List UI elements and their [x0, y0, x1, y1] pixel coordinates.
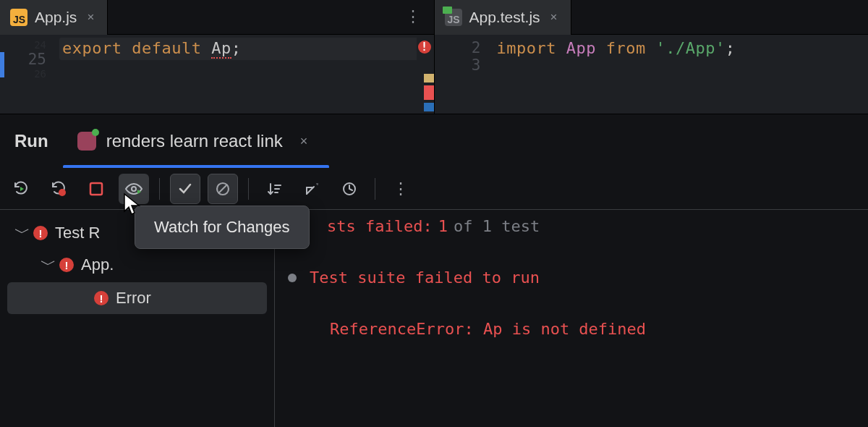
stop-button[interactable]: [81, 174, 111, 204]
error-icon: !: [94, 291, 109, 305]
tabbar-left: JS App.js × ⋮: [0, 0, 434, 35]
tree-file[interactable]: ﹀ ! App.: [0, 249, 274, 281]
run-panel-header: Run renders learn react link ×: [0, 114, 868, 168]
test-output[interactable]: ! sts failed: 1 of 1 test Test suite fai…: [275, 210, 868, 427]
chevron-down-icon[interactable]: ﹀: [14, 222, 26, 244]
tab-app-js[interactable]: JS App.js ×: [0, 0, 108, 35]
tab-label: App.test.js: [469, 9, 540, 26]
watch-for-changes-button[interactable]: [119, 174, 149, 204]
separator: [375, 178, 375, 200]
js-file-icon: JS: [10, 9, 27, 26]
output-line-1: Test suite failed to run: [288, 269, 868, 287]
tree-label: Error: [116, 289, 151, 308]
code-left[interactable]: 24 25 26 export default Ap; !: [0, 35, 434, 114]
test-toolbar: ⋮: [0, 168, 868, 210]
run-label[interactable]: Run: [14, 131, 48, 151]
editor-left: JS App.js × ⋮ 24 25 26 export default Ap…: [0, 0, 435, 114]
test-js-file-icon: JS: [445, 9, 462, 26]
editor-right: JS App.test.js × 2 3 import App from './…: [435, 0, 869, 114]
more-options-button[interactable]: ⋮: [386, 174, 416, 204]
error-identifier[interactable]: Ap: [211, 39, 231, 59]
show-passed-button[interactable]: [170, 174, 200, 204]
test-results: ﹀ ! Test R ﹀ ! App. ! Error ! sts failed…: [0, 210, 868, 427]
tab-label: App.js: [35, 9, 77, 26]
separator: [248, 178, 249, 200]
tree-label: App.: [81, 255, 114, 274]
rerun-failed-button[interactable]: [43, 174, 74, 204]
gutter-right: 2 3: [435, 35, 497, 114]
rerun-button[interactable]: [6, 174, 36, 204]
show-ignored-button[interactable]: [208, 174, 238, 204]
error-icon: !: [59, 258, 74, 272]
warning-marker[interactable]: [424, 74, 434, 83]
output-summary: ! sts failed: 1 of 1 test: [288, 217, 868, 235]
tabbar-right: JS App.test.js ×: [435, 0, 869, 35]
tree-label: Test R: [55, 224, 100, 242]
code-lines-left[interactable]: export default Ap;: [62, 35, 434, 114]
separator: [159, 178, 160, 200]
gutter-left: 24 25 26: [0, 35, 62, 114]
run-tab-active[interactable]: renders learn react link ×: [63, 114, 323, 168]
info-marker[interactable]: [424, 103, 434, 111]
svg-point-2: [132, 187, 136, 191]
svg-line-4: [218, 185, 227, 193]
close-icon[interactable]: ×: [550, 10, 558, 25]
expand-all-button[interactable]: [297, 174, 327, 204]
svg-point-0: [59, 189, 66, 196]
tree-error-leaf[interactable]: ! Error: [7, 282, 267, 314]
output-line-2: ReferenceError: Ap is not defined: [330, 320, 868, 338]
close-icon[interactable]: ×: [87, 10, 94, 25]
code-lines-right[interactable]: import App from './App';: [497, 35, 869, 114]
editor-split: JS App.js × ⋮ 24 25 26 export default Ap…: [0, 0, 868, 114]
code-right[interactable]: 2 3 import App from './App';: [435, 35, 869, 114]
tab-app-test-js[interactable]: JS App.test.js ×: [435, 0, 571, 35]
sort-button[interactable]: [259, 174, 289, 204]
error-icon: !: [33, 226, 48, 240]
test-history-button[interactable]: [334, 174, 365, 204]
marker-strip-left[interactable]: !: [417, 35, 434, 114]
chevron-down-icon[interactable]: ﹀: [41, 254, 52, 276]
error-marker[interactable]: [424, 85, 434, 100]
jest-icon: [77, 132, 96, 151]
tooltip-watch-for-changes: Watch for Changes: [135, 206, 310, 249]
tab-options-icon[interactable]: ⋮: [405, 7, 422, 26]
bullet-icon: [288, 274, 297, 282]
run-tab-label: renders learn react link: [106, 131, 283, 151]
svg-rect-1: [90, 183, 102, 195]
error-marker-icon[interactable]: !: [418, 41, 431, 54]
close-icon[interactable]: ×: [300, 134, 308, 149]
